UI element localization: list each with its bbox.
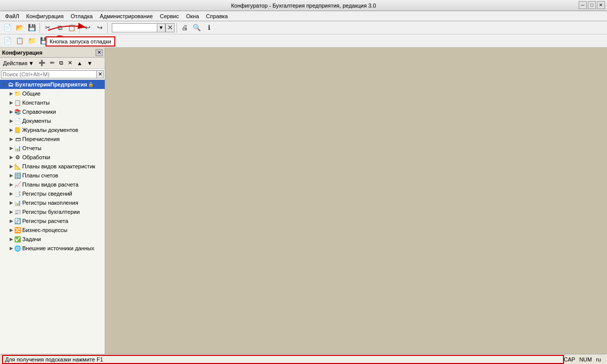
find-button[interactable]: 🔍 [191,22,202,33]
expand-biznes[interactable]: ▶ [8,227,14,233]
expand-otchety[interactable]: ▶ [8,145,14,151]
zhurnaly-label: Журналы документов [22,127,78,133]
sidebar-header: Конфигурация ✕ [0,48,105,58]
expand-registry-buh[interactable]: ▶ [8,209,14,215]
obshie-label: Общие [22,90,40,97]
registry-nak-icon: 📊 [14,199,21,206]
sidebar-search-input[interactable] [1,70,97,78]
window-controls: ─ □ ✕ [579,1,605,9]
tree-item-zadachi[interactable]: ▶ ✅ Задачи [0,235,105,244]
print-button[interactable]: 🖨 [179,22,190,33]
tree-item-otchety[interactable]: ▶ 📊 Отчеты [0,144,105,153]
title-bar: Конфигуратор - Бухгалтерия предприятия, … [0,0,607,11]
menu-help[interactable]: Справка [203,12,231,20]
biznes-label: Бизнес-процессы [22,227,67,233]
new-button[interactable]: 📄 [2,22,13,33]
menu-file[interactable]: ФайЛ [2,12,22,20]
undo-button[interactable]: ↩ [82,22,93,33]
tree-item-plany-vc[interactable]: ▶ 📐 Планы видов характеристик [0,162,105,171]
expand-zhurnaly[interactable]: ▶ [8,127,14,133]
move-down-button[interactable]: ▼ [85,59,95,68]
expand-spravochniki[interactable]: ▶ [8,109,14,115]
expand-zadachi[interactable]: ▶ [8,236,14,242]
toolbar-search-input[interactable] [112,23,157,32]
expand-perechisleniya[interactable]: ▶ [8,136,14,142]
minimize-button[interactable]: ─ [579,1,587,9]
expand-registry-rasch[interactable]: ▶ [8,218,14,224]
tree-item-obrabotki[interactable]: ▶ ⚙ Обработки [0,153,105,162]
main-area: Конфигурация ✕ Действия ▼ ➕ ✏ ⧉ ✕ ▲ ▼ ✕ … [0,48,607,354]
copy-button[interactable]: ⧉ [54,22,65,33]
sidebar-search-clear[interactable]: ✕ [97,70,104,78]
info-button[interactable]: ℹ [203,22,214,33]
sidebar-title: Конфигурация [2,50,42,56]
expand-registry-sv[interactable]: ▶ [8,191,14,197]
tree-item-perechisleniya[interactable]: ▶ 🗃 Перечисления [0,134,105,144]
paste-button[interactable]: 📋 [66,22,77,33]
cut-button[interactable]: ✂ [42,22,53,33]
tree-item-registry-nak[interactable]: ▶ 📊 Регистры накопления [0,198,105,207]
plany-vc-label: Планы видов характеристик [22,163,95,169]
tree-item-vneshnie[interactable]: ▶ 🌐 Внешние источники данных [0,244,105,253]
expand-obshie[interactable]: ▶ [8,90,14,97]
tree-item-biznes[interactable]: ▶ 🔀 Бизнес-процессы [0,225,105,235]
maximize-button[interactable]: □ [588,1,596,9]
content-area [105,48,607,354]
tree-item-dokumenty[interactable]: ▶ 📄 Документы [0,116,105,125]
sidebar-close-button[interactable]: ✕ [96,49,103,56]
tree-item-registry-rasch[interactable]: ▶ 🔄 Регистры расчета [0,216,105,225]
konstanty-icon: 📋 [14,99,21,106]
redo-button[interactable]: ↪ [94,22,105,33]
toolbar-separator-4 [177,23,177,33]
menu-windows[interactable]: Окна [183,12,202,20]
open-button[interactable]: 📂 [14,22,25,33]
lang-indicator: ru [596,356,601,362]
toolbar2-btn1[interactable]: 📄 [2,35,13,47]
zadachi-label: Задачи [22,236,41,242]
plany-sch-icon: 🔢 [14,172,21,179]
registry-sv-icon: 📑 [14,190,21,197]
save-button[interactable]: 💾 [26,22,37,33]
menu-config[interactable]: Конфигурация [23,12,67,20]
toolbar2-btn2[interactable]: 📋 [14,35,25,47]
expand-obrabotki[interactable]: ▶ [8,154,14,160]
copy-action-button[interactable]: ⧉ [57,59,65,68]
tree-item-obshie[interactable]: ▶ 📁 Общие [0,89,105,98]
menu-debug[interactable]: Отладка [68,12,96,20]
tree-item-zhurnaly[interactable]: ▶ 📒 Журналы документов [0,125,105,134]
search-clear-button[interactable]: ✕ [165,23,175,32]
expand-plany-rasch[interactable]: ▶ [8,181,14,188]
expand-vneshnie[interactable]: ▶ [8,245,14,251]
add-action-button[interactable]: ➕ [36,59,48,68]
expand-registry-nak[interactable]: ▶ [8,200,14,206]
tree-item-spravochniki[interactable]: ▶ 📚 Справочники [0,107,105,116]
tree-item-registry-buh[interactable]: ▶ 📰 Регистры бухгалтерии [0,207,105,216]
expand-plany-sch[interactable]: ▶ [8,172,14,178]
expand-plany-vc[interactable]: ▶ [8,163,14,169]
menu-service[interactable]: Сервис [157,12,182,20]
tree-item-konstanty[interactable]: ▶ 📋 Константы [0,98,105,107]
tree-item-root[interactable]: ▼ 🗂 БухгалтерияПредприятия 🔒 [0,80,105,89]
expand-konstanty[interactable]: ▶ [8,100,14,106]
move-up-button[interactable]: ▲ [75,59,84,68]
menu-admin[interactable]: Администрирование [97,12,156,20]
expand-root[interactable]: ▼ [1,81,7,87]
toolbar-separator-3 [107,23,108,33]
search-box: ▼ ✕ [112,23,175,32]
expand-dokumenty[interactable]: ▶ [8,118,14,124]
delete-action-button[interactable]: ✕ [66,59,74,68]
edit-action-button[interactable]: ✏ [48,59,57,68]
tree-item-plany-sch[interactable]: ▶ 🔢 Планы счетов [0,171,105,180]
tree-item-plany-rasch[interactable]: ▶ 📈 Планы видов расчета [0,180,105,189]
obshie-icon: 📁 [14,90,21,97]
actions-menu-button[interactable]: Действия ▼ [1,59,36,68]
window-title: Конфигуратор - Бухгалтерия предприятия, … [231,3,376,9]
toolbar-search-clear[interactable]: ▼ [157,23,165,32]
spravochniki-icon: 📚 [14,108,21,115]
tree-item-registry-sv[interactable]: ▶ 📑 Регистры сведений [0,189,105,198]
toolbar2-btn3[interactable]: 📁 [26,35,37,47]
registry-buh-label: Регистры бухгалтерии [22,209,80,215]
otchety-label: Отчеты [22,145,41,151]
close-button[interactable]: ✕ [597,1,605,9]
plany-rasch-icon: 📈 [14,181,21,188]
